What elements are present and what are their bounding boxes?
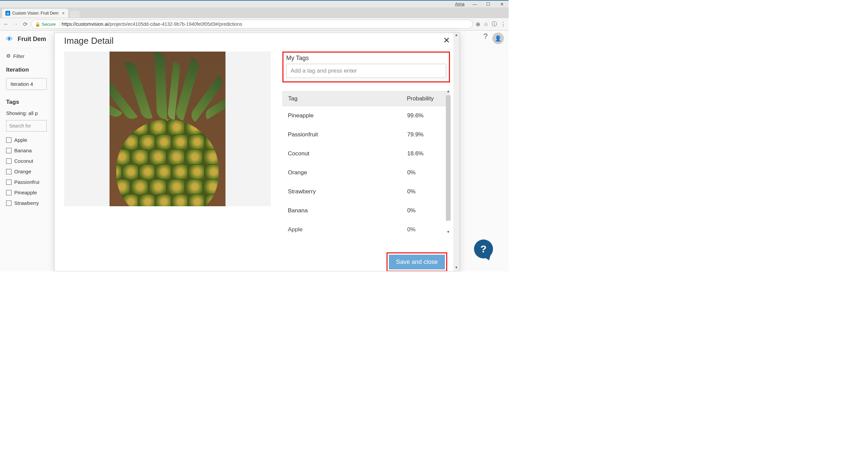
window-titlebar: Anna — ☐ ✕: [0, 0, 509, 7]
tag-filter-label: Coconut: [14, 158, 33, 164]
sidebar: ⚙ Filter Iteration Iteration 4 Tags Show…: [0, 48, 54, 211]
browser-address-bar: ← → ⟳ 🔒 Secure | https://customvision.ai…: [0, 18, 509, 31]
tag-filter-item[interactable]: Pineapple: [6, 190, 54, 195]
prediction-probability: 0%: [407, 188, 445, 195]
lock-icon: 🔒: [35, 22, 40, 27]
header-help-icon[interactable]: ?: [484, 32, 488, 41]
bookmark-star-icon[interactable]: ☆: [484, 21, 488, 27]
col-prob-header: Probability: [407, 95, 444, 102]
secure-indicator: 🔒 Secure: [35, 22, 56, 27]
iteration-label: Iteration: [6, 66, 54, 73]
tag-filter-label: Pineapple: [14, 190, 37, 195]
prediction-tag: Coconut: [288, 150, 407, 157]
tag-filter-label: Strawberry: [14, 200, 39, 206]
reload-button[interactable]: ⟳: [22, 21, 28, 27]
checkbox-icon[interactable]: [6, 179, 12, 185]
tag-filter-label: Apple: [14, 137, 27, 143]
nav-next-icon[interactable]: >: [497, 33, 500, 40]
prediction-row: Strawberry0%: [282, 182, 450, 201]
my-tags-label: My Tags: [286, 55, 446, 62]
checkbox-icon[interactable]: [6, 169, 12, 174]
help-chat-button[interactable]: ?: [474, 239, 493, 258]
add-tag-input[interactable]: [286, 64, 446, 78]
checkbox-icon[interactable]: [6, 200, 12, 206]
modal-close-button[interactable]: ✕: [443, 36, 450, 45]
window-minimize-button[interactable]: —: [468, 1, 481, 7]
showing-text: Showing: all p: [6, 110, 54, 116]
tab-title: Custom Vision: Fruit Dem: [12, 11, 58, 16]
checkbox-icon[interactable]: [6, 190, 12, 195]
prediction-tag: Apple: [288, 226, 407, 233]
modal-scrollbar[interactable]: ▲ ▼: [453, 33, 459, 271]
window-maximize-button[interactable]: ☐: [481, 1, 495, 7]
scroll-up-icon[interactable]: ▲: [445, 89, 451, 93]
tag-filter-label: Banana: [14, 148, 32, 153]
prediction-probability: 79.9%: [407, 131, 445, 138]
question-icon: ?: [480, 243, 487, 255]
scroll-down-icon[interactable]: ▼: [453, 266, 459, 271]
menu-kebab-icon[interactable]: ⋮: [500, 21, 506, 27]
window-user: Anna: [455, 2, 465, 6]
prediction-probability: 0%: [407, 169, 445, 176]
window-close-button[interactable]: ✕: [495, 1, 509, 7]
tag-filter-item[interactable]: Orange: [6, 169, 54, 174]
scroll-up-icon[interactable]: ▲: [453, 33, 459, 38]
tag-search-input[interactable]: Search for: [6, 120, 47, 132]
prediction-row: Banana0%: [282, 201, 450, 220]
prediction-tag: Banana: [288, 207, 407, 214]
prediction-probability: 0%: [407, 207, 445, 214]
browser-tabstrip: ⊙ Custom Vision: Fruit Dem ×: [0, 7, 509, 18]
prediction-tag: Strawberry: [288, 188, 407, 195]
prediction-tag: Passionfruit: [288, 131, 407, 138]
image-preview-panel: [64, 52, 271, 206]
filter-button[interactable]: ⚙ Filter: [6, 53, 54, 59]
tag-filter-item[interactable]: Apple: [6, 137, 54, 143]
back-button[interactable]: ←: [3, 21, 9, 27]
prediction-row: Coconut18.6%: [282, 144, 450, 163]
sliders-icon: ⚙: [6, 53, 11, 59]
prediction-probability: 0%: [407, 226, 445, 233]
tag-filter-item[interactable]: Banana: [6, 148, 54, 153]
prediction-probability: 99.6%: [407, 112, 445, 119]
prediction-probability: 18.6%: [407, 150, 445, 157]
scroll-thumb[interactable]: [446, 95, 451, 221]
predictions-scrollbar[interactable]: ▲ ▼: [445, 89, 451, 234]
url-field[interactable]: 🔒 Secure | https://customvision.ai/proje…: [31, 20, 473, 28]
tag-filter-item[interactable]: Passionfrui: [6, 179, 54, 185]
prediction-row: Apple0%: [282, 220, 450, 234]
new-tab-button[interactable]: [70, 11, 80, 18]
tag-filter-label: Orange: [14, 169, 31, 174]
project-title: Fruit Dem: [18, 36, 46, 43]
customvision-logo-icon: 👁: [6, 35, 13, 43]
tag-filter-item[interactable]: Strawberry: [6, 200, 54, 206]
save-and-close-button[interactable]: Save and close: [389, 255, 445, 269]
info-icon[interactable]: ⓘ: [492, 21, 497, 28]
predictions-header-row: Tag Probability: [282, 91, 450, 106]
checkbox-icon[interactable]: [6, 148, 12, 153]
tag-filter-item[interactable]: Coconut: [6, 158, 54, 164]
predictions-table: ▲ ▼ Tag Probability Pineapple99.6%Passio…: [282, 91, 450, 234]
modal-title: Image Detail: [64, 36, 114, 46]
forward-button[interactable]: →: [12, 21, 19, 27]
tag-filter-label: Passionfrui: [14, 179, 39, 185]
prediction-row: Passionfruit79.9%: [282, 125, 450, 144]
col-tag-header: Tag: [288, 95, 407, 102]
prediction-tag: Pineapple: [288, 112, 407, 119]
browser-tab[interactable]: ⊙ Custom Vision: Fruit Dem ×: [2, 9, 68, 18]
favicon-icon: ⊙: [5, 11, 10, 16]
zoom-icon[interactable]: ⊕: [476, 21, 480, 27]
prediction-tag: Orange: [288, 169, 407, 176]
checkbox-icon[interactable]: [6, 158, 12, 164]
prediction-row: Pineapple99.6%: [282, 106, 450, 125]
image-detail-modal: ▲ ▼ Image Detail ✕: [54, 33, 460, 271]
url-text: https://customvision.ai/projects/ec4105d…: [62, 21, 242, 27]
iteration-select[interactable]: Iteration 4: [6, 78, 47, 90]
save-highlight-box: Save and close: [387, 252, 447, 271]
my-tags-highlight-box: My Tags: [282, 52, 450, 82]
image-preview: [110, 52, 225, 206]
prediction-row: Orange0%: [282, 163, 450, 182]
tab-close-icon[interactable]: ×: [62, 11, 64, 16]
tags-section-label: Tags: [6, 99, 54, 105]
checkbox-icon[interactable]: [6, 137, 12, 143]
